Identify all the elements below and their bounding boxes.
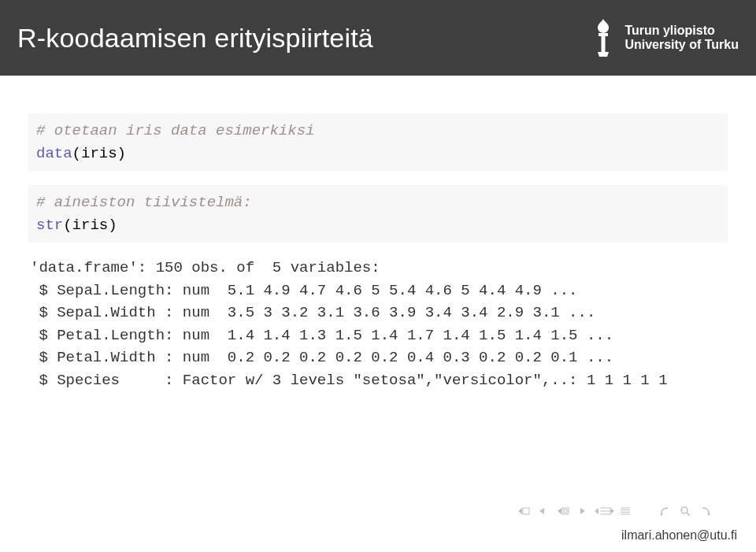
svg-rect-6 xyxy=(562,508,569,514)
torch-icon xyxy=(590,17,617,58)
footer-email: ilmari.ahonen@utu.fi xyxy=(621,528,737,543)
code-function: data xyxy=(36,145,72,162)
slide-content: # otetaan iris data esimerkiksi data(iri… xyxy=(0,76,756,391)
svg-marker-13 xyxy=(610,508,614,514)
svg-rect-3 xyxy=(523,508,529,514)
svg-marker-21 xyxy=(707,513,710,516)
beamer-nav xyxy=(513,505,712,517)
svg-rect-7 xyxy=(564,509,567,513)
nav-prev-section-icon[interactable] xyxy=(553,506,572,517)
nav-first-icon[interactable] xyxy=(513,506,532,517)
code-comment: # otetaan iris data esimerkiksi xyxy=(36,120,720,143)
svg-marker-4 xyxy=(539,508,544,514)
slide-title: R-koodaamisen erityispiirteitä xyxy=(17,23,373,54)
nav-last-icon[interactable] xyxy=(619,506,641,517)
svg-marker-8 xyxy=(580,508,585,514)
nav-next-icon[interactable] xyxy=(576,506,587,517)
nav-prev-icon[interactable] xyxy=(537,506,548,517)
svg-marker-5 xyxy=(558,508,561,514)
nav-search-icon[interactable] xyxy=(679,505,691,517)
svg-rect-0 xyxy=(598,33,608,36)
slide-header: R-koodaamisen erityispiirteitä Turun yli… xyxy=(0,0,756,76)
svg-line-20 xyxy=(687,513,690,516)
code-block-1: # otetaan iris data esimerkiksi data(iri… xyxy=(28,113,728,171)
svg-rect-1 xyxy=(602,36,606,52)
nav-back-icon[interactable] xyxy=(658,506,674,517)
nav-next-section-icon[interactable] xyxy=(592,506,614,517)
code-block-2: # aineiston tiivistelmä: str(iris) xyxy=(28,185,728,243)
university-names: Turun yliopisto University of Turku xyxy=(624,24,739,51)
svg-marker-9 xyxy=(595,508,598,514)
code-line: data(iris) xyxy=(36,143,720,165)
svg-marker-2 xyxy=(518,508,522,514)
code-args: (iris) xyxy=(63,217,117,234)
r-output: 'data.frame': 150 obs. of 5 variables: $… xyxy=(28,257,728,391)
uni-name-en: University of Turku xyxy=(624,38,739,52)
code-comment: # aineiston tiivistelmä: xyxy=(36,191,720,214)
nav-forward-icon[interactable] xyxy=(696,506,712,517)
code-function: str xyxy=(36,217,63,234)
uni-name-fi: Turun yliopisto xyxy=(624,24,739,38)
code-line: str(iris) xyxy=(36,214,720,237)
svg-marker-18 xyxy=(660,513,663,516)
university-logo: Turun yliopisto University of Turku xyxy=(590,17,739,58)
svg-point-19 xyxy=(681,507,687,513)
code-args: (iris) xyxy=(72,145,126,162)
